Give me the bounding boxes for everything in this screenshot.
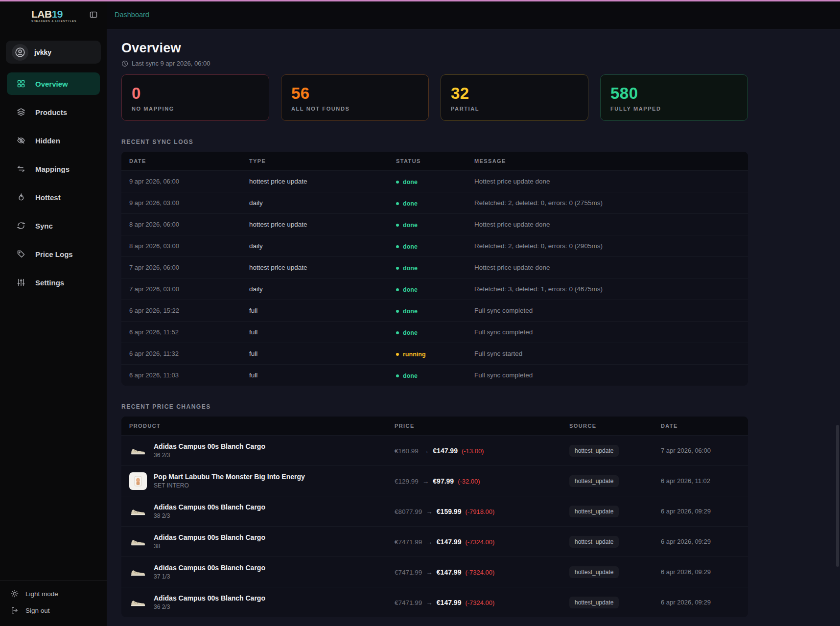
status-badge: done	[396, 179, 418, 185]
refresh-icon	[17, 221, 25, 230]
breadcrumb-dashboard[interactable]: Dashboard	[115, 11, 149, 19]
log-date: 9 apr 2026, 03:00	[121, 199, 241, 207]
page-content: Overview Last sync 9 apr 2026, 06:00 0 N…	[107, 29, 748, 617]
old-price: €129.99	[395, 478, 419, 485]
sync-log-row: 6 apr 2026, 15:22 full done Full sync co…	[121, 300, 748, 321]
price-change-date: 6 apr 2026, 09:29	[653, 599, 748, 606]
product-name: Adidas Campus 00s Blanch Cargo	[154, 594, 265, 603]
new-price: €147.99	[437, 599, 462, 606]
column-header-source: SOURCE	[561, 423, 653, 429]
price-delta: (-13.00)	[462, 447, 484, 455]
main-area: Dashboard Overview Last sync 9 apr 2026,…	[107, 0, 840, 617]
column-header-status: STATUS	[388, 158, 467, 164]
log-date: 6 apr 2026, 11:03	[121, 371, 241, 379]
logo-text-main: LAB	[31, 8, 52, 20]
sign-out-button[interactable]: Sign out	[11, 606, 96, 614]
stat-label: FULLY MAPPED	[610, 106, 738, 112]
price-changes-section-title: RECENT PRICE CHANGES	[121, 403, 748, 410]
panel-left-icon	[89, 10, 98, 21]
tag-icon	[17, 250, 25, 258]
price-delta: (-7324.00)	[465, 538, 494, 546]
log-date: 8 apr 2026, 06:00	[121, 221, 241, 228]
log-type: full	[241, 328, 388, 336]
sliders-icon	[17, 278, 25, 287]
log-message: Refetched: 2, deleted: 0, errors: 0 (290…	[467, 242, 748, 250]
product-name: Adidas Campus 00s Blanch Cargo	[154, 533, 265, 542]
log-type: daily	[241, 242, 388, 250]
price-change-row[interactable]: Adidas Campus 00s Blanch Cargo 38 2/3 €8…	[121, 496, 748, 526]
column-header-message: MESSAGE	[467, 158, 748, 164]
price-delta: (-7324.00)	[465, 599, 494, 606]
stat-card-fully-mapped[interactable]: 580 FULLY MAPPED	[600, 74, 748, 121]
new-price: €97.99	[433, 477, 454, 485]
sidebar-nav: Overview Products Hidden Mappings Hottes…	[0, 72, 107, 294]
sidebar-item-mappings[interactable]: Mappings	[7, 158, 100, 180]
arrow-right-icon: →	[426, 569, 433, 576]
sun-icon	[11, 590, 19, 598]
stat-label: PARTIAL	[451, 106, 578, 112]
log-date: 7 apr 2026, 06:00	[121, 264, 241, 271]
sync-logs-section-title: RECENT SYNC LOGS	[121, 139, 748, 145]
price-change-row[interactable]: Adidas Campus 00s Blanch Cargo 36 2/3 €1…	[121, 435, 748, 465]
sidebar-item-label: Settings	[35, 278, 64, 287]
top-bar: Dashboard	[107, 0, 840, 29]
sync-log-row: 6 apr 2026, 11:32 full running Full sync…	[121, 343, 748, 364]
sidebar-item-overview[interactable]: Overview	[7, 72, 100, 95]
log-message: Full sync started	[467, 350, 748, 357]
sidebar-item-products[interactable]: Products	[7, 101, 100, 123]
product-name: Pop Mart Labubu The Monster Big Into Ene…	[154, 473, 305, 482]
sidebar-item-label: Hottest	[35, 193, 61, 202]
sidebar-item-label: Sync	[35, 222, 53, 230]
sync-log-row: 6 apr 2026, 11:52 full done Full sync co…	[121, 321, 748, 343]
sync-log-row: 9 apr 2026, 06:00 hottest price update d…	[121, 170, 748, 192]
arrow-right-icon: →	[426, 508, 433, 515]
column-header-product: PRODUCT	[121, 423, 387, 429]
log-type: daily	[241, 199, 388, 207]
source-badge: hottest_update	[569, 566, 619, 578]
status-badge: done	[396, 200, 418, 207]
sidebar-item-price-logs[interactable]: Price Logs	[7, 243, 100, 265]
log-type: hottest price update	[241, 221, 388, 228]
sidebar-item-hidden[interactable]: Hidden	[7, 129, 100, 152]
stat-card-no-mapping[interactable]: 0 NO MAPPING	[121, 74, 269, 121]
log-type: full	[241, 371, 388, 379]
price-change-row[interactable]: Adidas Campus 00s Blanch Cargo 38 €7471.…	[121, 526, 748, 556]
stat-card-all-not-founds[interactable]: 56 ALL NOT FOUNDS	[281, 74, 429, 121]
product-name: Adidas Campus 00s Blanch Cargo	[154, 503, 265, 512]
price-change-date: 6 apr 2026, 09:29	[653, 508, 748, 515]
new-price: €147.99	[433, 447, 458, 455]
column-header-date: DATE	[121, 158, 241, 164]
log-message: Full sync completed	[467, 371, 748, 379]
price-change-row[interactable]: Pop Mart Labubu The Monster Big Into Ene…	[121, 465, 748, 496]
status-badge: done	[396, 243, 418, 250]
app-logo: LAB19 SNEAKERS & LIFESTYLES	[31, 9, 77, 23]
light-mode-toggle[interactable]: Light mode	[11, 590, 96, 598]
sidebar-collapse-button[interactable]	[87, 9, 100, 22]
sync-logs-header-row: DATE TYPE STATUS MESSAGE	[121, 152, 748, 170]
price-change-row[interactable]: Adidas Campus 00s Blanch Cargo 37 1/3 €7…	[121, 556, 748, 587]
sign-out-icon	[11, 606, 19, 614]
stat-card-partial[interactable]: 32 PARTIAL	[441, 74, 588, 121]
price-change-row[interactable]: Adidas Campus 00s Blanch Cargo 36 2/3 €7…	[121, 587, 748, 617]
sign-out-label: Sign out	[25, 607, 50, 614]
sync-logs-table: DATE TYPE STATUS MESSAGE 9 apr 2026, 06:…	[121, 152, 748, 386]
vertical-scrollbar[interactable]	[836, 425, 839, 567]
sync-log-row: 8 apr 2026, 03:00 daily done Refetched: …	[121, 235, 748, 256]
user-card[interactable]: jvkky	[6, 41, 101, 64]
sidebar-item-sync[interactable]: Sync	[7, 214, 100, 237]
sidebar-item-hottest[interactable]: Hottest	[7, 186, 100, 209]
sneaker-thumbnail-icon	[129, 503, 147, 520]
sidebar-item-label: Products	[35, 108, 67, 116]
log-message: Refetched: 2, deleted: 0, errors: 0 (275…	[467, 199, 748, 207]
sidebar-item-settings[interactable]: Settings	[7, 271, 100, 294]
grid-icon	[17, 79, 25, 88]
log-message: Full sync completed	[467, 307, 748, 314]
price-delta: (-32.00)	[458, 478, 480, 485]
layers-icon	[17, 108, 25, 116]
status-badge: done	[396, 308, 418, 315]
old-price: €7471.99	[395, 599, 422, 606]
arrow-right-icon: →	[422, 447, 429, 455]
sneaker-thumbnail-icon	[129, 533, 147, 551]
sidebar-item-label: Hidden	[35, 137, 60, 145]
new-price: €159.99	[437, 508, 462, 515]
